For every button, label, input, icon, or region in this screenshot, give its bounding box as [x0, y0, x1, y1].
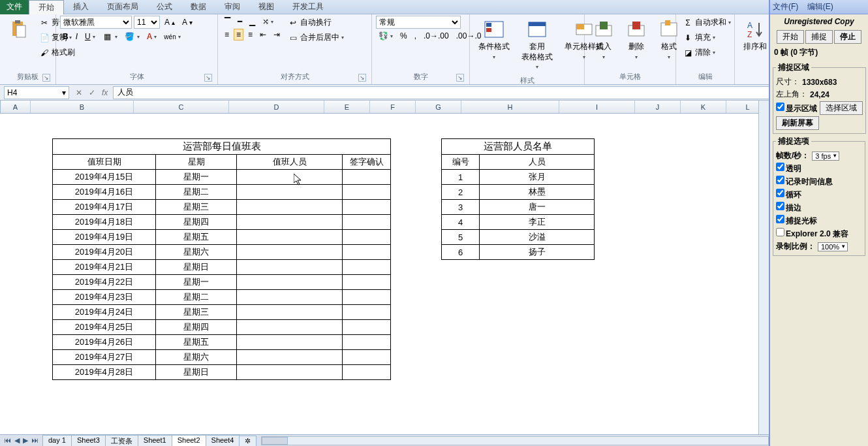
tab-layout[interactable]: 页面布局 — [98, 0, 147, 14]
align-dialog-launcher[interactable]: ↘ — [358, 74, 366, 82]
wrap-text-button[interactable]: ↩自动换行 — [285, 16, 347, 29]
phonetic-button[interactable]: wén▾ — [161, 32, 183, 42]
table-cell[interactable] — [343, 365, 391, 380]
tab-view[interactable]: 视图 — [249, 0, 283, 14]
sheet-nav-last[interactable]: ⏭ — [30, 436, 40, 445]
table-cell[interactable]: 2019年4月23日 — [53, 290, 156, 305]
table-cell[interactable] — [237, 290, 343, 305]
table-cell[interactable]: 4 — [442, 215, 480, 230]
sheet-tab[interactable]: Sheet1 — [138, 435, 172, 447]
table-cell[interactable]: 星期一 — [156, 275, 237, 290]
horizontal-scrollbar[interactable] — [261, 436, 769, 445]
name-box[interactable]: H4▾ — [4, 86, 69, 99]
table-cell[interactable] — [343, 215, 391, 230]
sheet-tab[interactable]: Sheet4 — [206, 435, 240, 447]
table-cell[interactable]: 2019年4月17日 — [53, 200, 156, 215]
delete-cells-button[interactable]: 删除▾ — [621, 16, 651, 64]
fx-button[interactable]: fx — [99, 87, 110, 99]
sheet-nav-prev[interactable]: ◀ — [13, 436, 21, 445]
table-cell[interactable]: 2019年4月19日 — [53, 230, 156, 245]
capture-capture-button[interactable]: 捕捉 — [805, 30, 833, 44]
align-top-button[interactable]: ▔ — [222, 16, 233, 27]
table-cell[interactable] — [343, 185, 391, 200]
align-right-button[interactable]: ≡ — [245, 29, 255, 40]
table-cell[interactable]: 星期六 — [156, 245, 237, 260]
trace-checkbox[interactable]: 描边 — [776, 202, 801, 214]
table-cell[interactable] — [237, 260, 343, 275]
number-format-select[interactable]: 常规 — [376, 16, 461, 29]
table-cell[interactable]: 扬子 — [480, 245, 595, 260]
column-header[interactable]: K — [681, 101, 726, 113]
font-size-select[interactable]: 11 — [134, 16, 160, 29]
tab-home[interactable]: 开始 — [29, 0, 64, 14]
table-cell[interactable]: 林墨 — [480, 185, 595, 200]
table-cell[interactable] — [343, 320, 391, 335]
table-cell[interactable]: 张月 — [480, 170, 595, 185]
table-cell[interactable]: 星期日 — [156, 365, 237, 380]
table-cell[interactable] — [237, 365, 343, 380]
orientation-button[interactable]: ⤭▾ — [260, 16, 276, 27]
align-left-button[interactable]: ≡ — [222, 29, 232, 40]
table-cell[interactable] — [237, 245, 343, 260]
table-cell[interactable] — [343, 245, 391, 260]
table-cell[interactable]: 星期三 — [156, 200, 237, 215]
table-cell[interactable]: 星期日 — [156, 260, 237, 275]
table-cell[interactable]: 星期三 — [156, 305, 237, 320]
table-cell[interactable]: 星期五 — [156, 230, 237, 245]
shrink-font-button[interactable]: A▾ — [179, 16, 195, 28]
capture-start-button[interactable]: 开始 — [777, 30, 804, 44]
table-cell[interactable]: 沙溢 — [480, 230, 595, 245]
conditional-format-button[interactable]: 条件格式▾ — [474, 16, 514, 64]
table-cell[interactable] — [237, 275, 343, 290]
cells-area[interactable]: 运营部每日值班表 值班日期 星期 值班人员 签字确认 2019年4月15日星期一… — [0, 114, 769, 434]
table-cell[interactable]: 星期六 — [156, 350, 237, 365]
cursor-checkbox[interactable]: 捕捉光标 — [776, 215, 817, 227]
column-header[interactable]: E — [324, 101, 370, 113]
table-cell[interactable]: 李正 — [480, 215, 595, 230]
column-header[interactable]: I — [559, 101, 635, 113]
tab-insert[interactable]: 插入 — [64, 0, 98, 14]
bold-button[interactable]: B — [60, 31, 71, 42]
table-cell[interactable]: 唐一 — [480, 200, 595, 215]
sheet-nav-first[interactable]: ⏮ — [3, 436, 12, 445]
table-cell[interactable]: 2019年4月24日 — [53, 305, 156, 320]
tab-review[interactable]: 审阅 — [215, 0, 249, 14]
capture-menu-file[interactable]: 文件(F) — [773, 2, 798, 11]
table-cell[interactable] — [237, 200, 343, 215]
table-cell[interactable] — [237, 350, 343, 365]
table-cell[interactable] — [343, 170, 391, 185]
transparent-checkbox[interactable]: 透明 — [776, 163, 801, 174]
tab-formula[interactable]: 公式 — [147, 0, 181, 14]
table-cell[interactable]: 星期四 — [156, 215, 237, 230]
sheet-nav-next[interactable]: ▶ — [22, 436, 29, 445]
tab-data[interactable]: 数据 — [181, 0, 215, 14]
comma-button[interactable]: , — [412, 30, 419, 42]
table-cell[interactable] — [343, 200, 391, 215]
column-header[interactable]: H — [461, 101, 559, 113]
table-cell[interactable]: 1 — [442, 170, 480, 185]
clipboard-dialog-launcher[interactable]: ↘ — [42, 74, 50, 82]
table-cell[interactable] — [343, 290, 391, 305]
column-header[interactable]: G — [416, 101, 461, 113]
fill-color-button[interactable]: 🪣▾ — [122, 30, 142, 43]
table-cell[interactable]: 5 — [442, 230, 480, 245]
scale-select[interactable]: 100% — [818, 242, 848, 251]
table-cell[interactable]: 星期二 — [156, 290, 237, 305]
capture-menu-edit[interactable]: 编辑(E) — [807, 2, 833, 11]
merge-center-button[interactable]: ▭合并后居中▾ — [285, 31, 347, 44]
align-center-button[interactable]: ≡ — [234, 29, 243, 40]
table-cell[interactable] — [237, 170, 343, 185]
loop-checkbox[interactable]: 循环 — [776, 189, 801, 200]
font-dialog-launcher[interactable]: ↘ — [204, 74, 212, 82]
grow-font-button[interactable]: A▴ — [162, 16, 178, 28]
sheet-tab[interactable]: Sheet2 — [172, 435, 206, 447]
recordtime-checkbox[interactable]: 记录时间信息 — [776, 176, 833, 187]
font-color-button[interactable]: A▾ — [144, 31, 160, 42]
fps-select[interactable]: 3 fps — [812, 151, 839, 161]
sheet-tab[interactable]: 工资条 — [105, 435, 138, 447]
clear-button[interactable]: ◪清除▾ — [680, 46, 734, 59]
sheet-tab[interactable]: Sheet3 — [71, 435, 106, 447]
table-cell[interactable]: 2019年4月21日 — [53, 260, 156, 275]
table-cell[interactable]: 2019年4月22日 — [53, 275, 156, 290]
table-cell[interactable]: 2019年4月16日 — [53, 185, 156, 200]
